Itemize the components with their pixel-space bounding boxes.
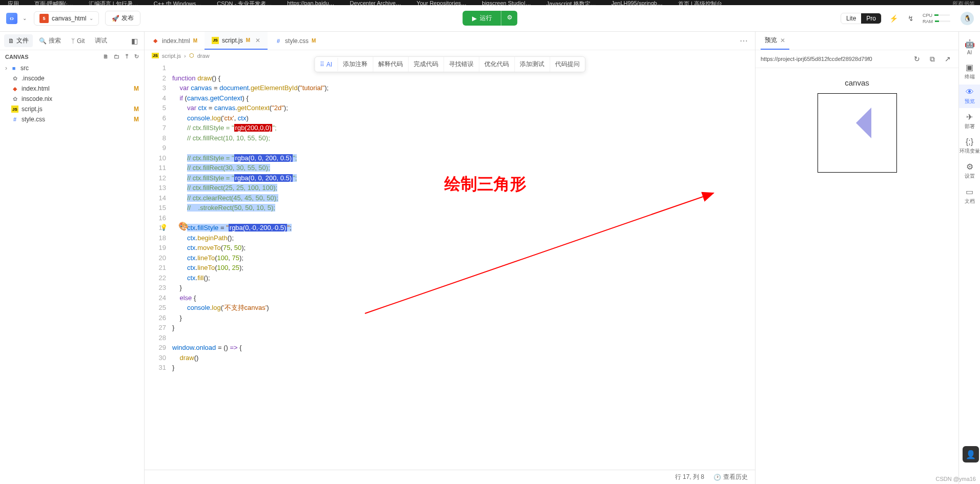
section-title: CANVAS xyxy=(5,54,29,60)
tree-file-index-html[interactable]: ◆index.htmlM xyxy=(0,83,144,94)
rail-docs[interactable]: ▭文档 xyxy=(959,184,980,208)
new-folder-icon[interactable]: 🗀 xyxy=(114,53,119,60)
ai-complete[interactable]: 完成代码 xyxy=(409,57,444,72)
html5-icon: 5 xyxy=(39,14,49,23)
resource-meter: CPU RAM xyxy=(923,13,950,24)
canvas-element xyxy=(818,93,897,173)
code-content[interactable]: function draw() { var canvas = document.… xyxy=(170,61,755,470)
help-fab[interactable]: 👤 xyxy=(963,446,979,462)
refresh-icon[interactable]: ↻ xyxy=(134,53,139,60)
bookmarks-overflow: 所有书签 xyxy=(947,0,980,5)
js-icon: JS xyxy=(11,106,18,113)
rail-env[interactable]: {;}环境变量 xyxy=(959,134,980,158)
rocket-icon: 🚀 xyxy=(112,15,119,22)
history-button[interactable]: 🕑查看历史 xyxy=(713,473,748,481)
pro-option[interactable]: Pro xyxy=(861,13,881,24)
grip-icon: ⠿ xyxy=(320,61,324,68)
preview-url-input[interactable] xyxy=(761,56,907,62)
sidebar-tab-files[interactable]: 🗎文件 xyxy=(4,34,33,47)
sidebar-section-header: CANVAS 🗎 🗀 ⤒ ↻ xyxy=(0,50,144,63)
lite-option[interactable]: Lite xyxy=(841,13,861,24)
preview-tabs: 预览✕ xyxy=(756,32,958,50)
play-icon: ▶ xyxy=(472,15,477,22)
ai-add-comment[interactable]: 添加注释 xyxy=(338,57,373,72)
tree-file-inscode-nix[interactable]: ✿inscode.nix xyxy=(0,94,144,104)
sidebar: 🗎文件 🔍搜索 ᛘGit 调试 ◧ CANVAS 🗎 🗀 ⤒ ↻ ›■src ✿… xyxy=(0,32,145,484)
terminal-icon: ▣ xyxy=(966,62,973,72)
editor-more-icon[interactable]: ⋯ xyxy=(732,36,755,46)
popout-icon[interactable]: ↗ xyxy=(942,53,953,65)
ai-find-bug[interactable]: 寻找错误 xyxy=(444,57,479,72)
file-icon: 🗎 xyxy=(8,37,14,45)
upload-icon[interactable]: ⤒ xyxy=(125,53,129,60)
logo-icon[interactable]: ‹› xyxy=(6,13,17,24)
tree-folder-src[interactable]: ›■src xyxy=(0,63,144,73)
ai-explain[interactable]: 解释代码 xyxy=(373,57,409,72)
ai-menu-button[interactable]: ⠿AI xyxy=(315,58,338,71)
file-tree: ›■src ✿.inscode ◆index.htmlM ✿inscode.ni… xyxy=(0,63,144,484)
close-icon[interactable]: ✕ xyxy=(255,37,260,44)
sidebar-tab-search[interactable]: 🔍搜索 xyxy=(35,34,65,47)
gear-icon: ⚙ xyxy=(507,14,513,21)
ai-ask[interactable]: 代码提问 xyxy=(550,57,585,72)
chevron-down-icon: ⌄ xyxy=(89,15,93,21)
tab-index-html[interactable]: ◆index.htmlM xyxy=(145,32,205,50)
right-rail: 🤖AI ▣终端 👁预览 ✈部署 {;}环境变量 ⚙设置 ▭文档 xyxy=(958,32,980,484)
sidebar-tabs: 🗎文件 🔍搜索 ᛘGit 调试 ◧ xyxy=(0,32,144,50)
ai-icon: 🤖 xyxy=(965,39,975,49)
top-toolbar: ‹› ⌄ 5 canvas_html ⌄ 🚀 发布 ▶ 运行 ⚙ Lite Pr… xyxy=(0,5,980,32)
watermark: CSDN @yma16 xyxy=(936,476,976,482)
code-area[interactable]: 1234567891011121314151617181920212223242… xyxy=(145,61,755,470)
rail-terminal[interactable]: ▣终端 xyxy=(959,59,980,83)
new-file-icon[interactable]: 🗎 xyxy=(103,53,109,60)
sidebar-tab-git[interactable]: ᛘGit xyxy=(67,35,89,47)
ai-optimize[interactable]: 优化代码 xyxy=(479,57,515,72)
panel-toggle-icon[interactable]: ◧ xyxy=(129,35,140,47)
magic-icon[interactable]: ⚡ xyxy=(888,13,899,24)
run-settings-button[interactable]: ⚙ xyxy=(501,11,518,26)
html-icon: ◆ xyxy=(11,86,18,92)
chevron-right-icon: › xyxy=(5,65,7,72)
css-icon: # xyxy=(11,116,18,122)
editor-tabs: ◆index.htmlM JSscript.jsM✕ #style.cssM ⋯ xyxy=(145,32,755,50)
sidebar-tab-debug[interactable]: 调试 xyxy=(91,34,111,47)
tree-file-script-js[interactable]: JSscript.jsM xyxy=(0,104,144,114)
color-swatch-icon: 🎨 xyxy=(178,221,189,231)
user-avatar[interactable]: 🐧 xyxy=(961,12,974,25)
editor: ◆index.htmlM JSscript.jsM✕ #style.cssM ⋯… xyxy=(145,32,755,484)
publish-button[interactable]: 🚀 发布 xyxy=(105,11,140,26)
tree-file-inscode[interactable]: ✿.inscode xyxy=(0,73,144,83)
preview-url-bar: ↻ ⧉ ↗ xyxy=(756,50,958,68)
open-external-icon[interactable]: ⧉ xyxy=(927,53,938,65)
rail-settings[interactable]: ⚙设置 xyxy=(959,159,980,183)
project-name: canvas_html xyxy=(52,15,86,22)
tab-style-css[interactable]: #style.cssM xyxy=(268,32,323,50)
ai-add-test[interactable]: 添加测试 xyxy=(515,57,550,72)
browser-bookmark-bar: 应用页面·呼喊啊(·…汇编语言 | 句行暑… C++ 中 Windows…CSD… xyxy=(0,0,980,5)
preview-panel: 预览✕ ↻ ⧉ ↗ canvas xyxy=(755,32,958,484)
rail-ai[interactable]: 🤖AI xyxy=(959,36,980,58)
rail-deploy[interactable]: ✈部署 xyxy=(959,109,980,133)
tree-file-style-css[interactable]: #style.cssM xyxy=(0,114,144,124)
cursor-position: 行 17, 列 8 xyxy=(675,473,704,481)
settings-icon[interactable]: ↯ xyxy=(905,13,916,24)
run-button[interactable]: ▶ 运行 xyxy=(463,11,501,26)
project-selector[interactable]: 5 canvas_html ⌄ xyxy=(34,11,99,26)
branch-icon: ᛘ xyxy=(71,37,75,45)
html-icon: ◆ xyxy=(152,37,159,44)
tab-script-js[interactable]: JSscript.jsM✕ xyxy=(205,32,268,50)
canvas-title: canvas xyxy=(845,78,869,87)
chevron-down-icon[interactable]: ⌄ xyxy=(23,15,27,21)
ai-toolbar: ⠿AI 添加注释 解释代码 完成代码 寻找错误 优化代码 添加测试 代码提问 xyxy=(314,56,585,72)
search-icon: 🔍 xyxy=(39,37,47,45)
js-icon: JS xyxy=(212,37,219,44)
line-gutter: 1234567891011121314151617181920212223242… xyxy=(145,61,170,470)
rail-preview[interactable]: 👁预览 xyxy=(959,85,980,108)
gear-icon: ✿ xyxy=(11,96,18,102)
preview-tab[interactable]: 预览✕ xyxy=(761,32,789,50)
css-icon: # xyxy=(275,38,282,44)
reload-icon[interactable]: ↻ xyxy=(911,53,923,65)
close-icon[interactable]: ✕ xyxy=(780,37,785,44)
js-icon: JS xyxy=(152,53,159,58)
plan-toggle[interactable]: Lite Pro xyxy=(841,13,882,24)
